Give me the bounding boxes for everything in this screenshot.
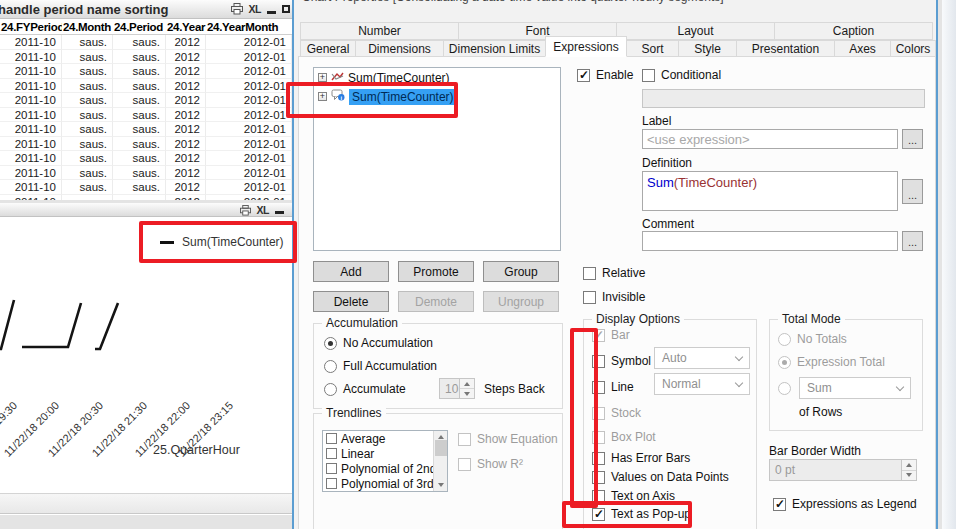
display-option-checkbox-box[interactable] — [592, 452, 605, 465]
delete-button[interactable]: Delete — [313, 291, 389, 312]
trendline-item[interactable]: Polynomial of 3rd degree — [323, 476, 447, 491]
accumulate-radio[interactable]: Accumulate — [324, 382, 406, 396]
expand-icon[interactable]: + — [318, 73, 327, 82]
tab-general[interactable]: General — [300, 40, 356, 57]
no-accumulation-radio[interactable]: No Accumulation — [324, 336, 433, 350]
column-header[interactable]: 24.Year — [166, 21, 206, 33]
display-option-symbol[interactable]: Symbol — [592, 354, 651, 368]
ungroup-button[interactable]: Ungroup — [483, 291, 559, 312]
expressions-as-legend-checkbox[interactable]: Expressions as Legend — [773, 497, 917, 511]
bar-border-width-spinner[interactable]: 0 pt — [769, 459, 917, 481]
display-option-checkbox-box[interactable] — [592, 508, 605, 521]
expression-total-radio[interactable]: Expression Total — [778, 355, 885, 369]
spin-up-icon[interactable] — [460, 379, 474, 389]
steps-back-spinner[interactable]: 10 — [439, 378, 475, 399]
display-option-dropdown[interactable]: Normal — [654, 373, 750, 395]
show-equation-checkbox-box[interactable] — [458, 433, 471, 446]
column-header[interactable]: 24.FYPeriod — [0, 21, 62, 33]
definition-input[interactable]: Sum(TimeCounter) — [642, 171, 898, 211]
conditional-checkbox-box[interactable] — [642, 69, 655, 82]
spin-down-icon[interactable] — [460, 389, 474, 398]
no-totals-radio[interactable]: No Totals — [778, 332, 847, 346]
table-row[interactable]: 2011-10saus.saus.20122012-01 — [0, 151, 292, 166]
expand-icon[interactable]: + — [318, 92, 327, 101]
display-option-dropdown[interactable]: Auto — [654, 347, 750, 369]
demote-button[interactable]: Demote — [398, 291, 474, 312]
display-option-text-as-pop-up[interactable]: Text as Pop-up — [592, 507, 691, 521]
table-row[interactable]: 2011-10saus.saus.20122012-01 — [0, 137, 292, 152]
tab-number[interactable]: Number — [300, 22, 459, 40]
expression-list-item[interactable]: +Sum(TimeCounter) — [314, 68, 560, 87]
spin-down-icon[interactable] — [902, 471, 916, 481]
invisible-checkbox[interactable]: Invisible — [583, 290, 645, 304]
display-option-checkbox-box[interactable] — [592, 355, 605, 368]
invisible-checkbox-box[interactable] — [583, 291, 596, 304]
group-button[interactable]: Group — [483, 261, 559, 282]
relative-checkbox-box[interactable] — [583, 267, 596, 280]
display-option-checkbox-box[interactable] — [592, 431, 605, 444]
restore-icon[interactable] — [282, 5, 290, 13]
table-row[interactable]: 2011-10saus.saus.20122012-01 — [0, 108, 292, 123]
tab-caption[interactable]: Caption — [774, 22, 933, 40]
expression-list[interactable]: +Sum(TimeCounter)+iSum(TimeCounter) — [313, 67, 561, 251]
relative-checkbox[interactable]: Relative — [583, 266, 645, 280]
table-row[interactable]: 2011-10saus.saus.20122012-01 — [0, 122, 292, 137]
trendlines-list[interactable]: AverageLinearPolynomial of 2nd degreePol… — [322, 430, 448, 492]
excel-export-button[interactable]: XL — [249, 3, 261, 15]
display-option-box-plot[interactable]: Box Plot — [592, 430, 656, 444]
table-row[interactable]: 2011-10saus.saus.20122012-01 — [0, 195, 292, 201]
column-header[interactable]: 24.Period — [113, 21, 166, 33]
trendline-item[interactable]: Linear — [323, 446, 447, 461]
no-accumulation-radio-circle[interactable] — [324, 337, 337, 350]
display-option-checkbox-box[interactable] — [592, 329, 605, 342]
no-totals-radio-circle[interactable] — [778, 333, 791, 346]
display-option-checkbox-box[interactable] — [592, 471, 605, 484]
expression-list-item[interactable]: +iSum(TimeCounter) — [314, 87, 560, 106]
chart-scrollbar[interactable] — [0, 493, 292, 514]
minimize-icon[interactable] — [267, 11, 276, 14]
column-header[interactable]: 24.Month — [62, 21, 113, 33]
display-option-checkbox-box[interactable] — [592, 381, 605, 394]
tab-dimension-limits[interactable]: Dimension Limits — [443, 40, 546, 57]
tab-colors[interactable]: Colors — [890, 40, 936, 57]
tab-sort[interactable]: Sort — [626, 40, 679, 57]
enable-checkbox-box[interactable] — [577, 69, 590, 82]
sum-of-rows-radio[interactable] — [778, 382, 791, 395]
spin-up-icon[interactable] — [902, 460, 916, 471]
definition-ellipsis-button[interactable]: ... — [902, 179, 923, 204]
display-option-bar[interactable]: Bar — [592, 328, 630, 342]
display-option-text-on-axis[interactable]: Text on Axis — [592, 489, 675, 503]
tab-style[interactable]: Style — [678, 40, 737, 57]
trendline-checkbox-box[interactable] — [326, 448, 337, 459]
trendlines-scrollbar[interactable] — [433, 431, 447, 491]
expression-total-radio-circle[interactable] — [778, 356, 791, 369]
scrollbar-thumb[interactable] — [435, 440, 447, 456]
trendline-item[interactable]: Polynomial of 2nd degree — [323, 461, 447, 476]
tab-layout[interactable]: Layout — [616, 22, 775, 40]
conditional-checkbox[interactable]: Conditional — [642, 68, 721, 82]
label-input[interactable]: <use expression> — [642, 129, 898, 149]
sum-of-rows-radio-circle[interactable] — [778, 382, 791, 395]
show-r2-checkbox-box[interactable] — [458, 458, 471, 471]
table-row[interactable]: 2011-10saus.saus.20122012-01 — [0, 79, 292, 94]
table-row[interactable]: 2011-10saus.saus.20122012-01 — [0, 50, 292, 65]
display-option-checkbox-box[interactable] — [592, 490, 605, 503]
table-row[interactable]: 2011-10saus.saus.20122012-01 — [0, 93, 292, 108]
expressions-as-legend-checkbox-box[interactable] — [773, 498, 786, 511]
label-ellipsis-button[interactable]: ... — [902, 129, 923, 149]
tab-axes[interactable]: Axes — [834, 40, 891, 57]
tab-expressions[interactable]: Expressions — [545, 36, 627, 57]
display-option-line[interactable]: Line — [592, 380, 634, 394]
show-r2-checkbox[interactable]: Show R² — [458, 457, 523, 471]
table-row[interactable]: 2011-10saus.saus.20122012-01 — [0, 180, 292, 195]
display-option-has-error-bars[interactable]: Has Error Bars — [592, 451, 690, 465]
tab-dimensions[interactable]: Dimensions — [355, 40, 444, 57]
column-header[interactable]: 24.YearMonth — [206, 21, 292, 33]
table-row[interactable]: 2011-10saus.saus.20122012-01 — [0, 35, 292, 50]
trendline-checkbox-box[interactable] — [326, 433, 337, 444]
add-button[interactable]: Add — [313, 261, 389, 282]
trendline-item[interactable]: Average — [323, 431, 447, 446]
display-option-values-on-data-points[interactable]: Values on Data Points — [592, 470, 729, 484]
trendline-checkbox-box[interactable] — [326, 463, 337, 474]
promote-button[interactable]: Promote — [398, 261, 474, 282]
